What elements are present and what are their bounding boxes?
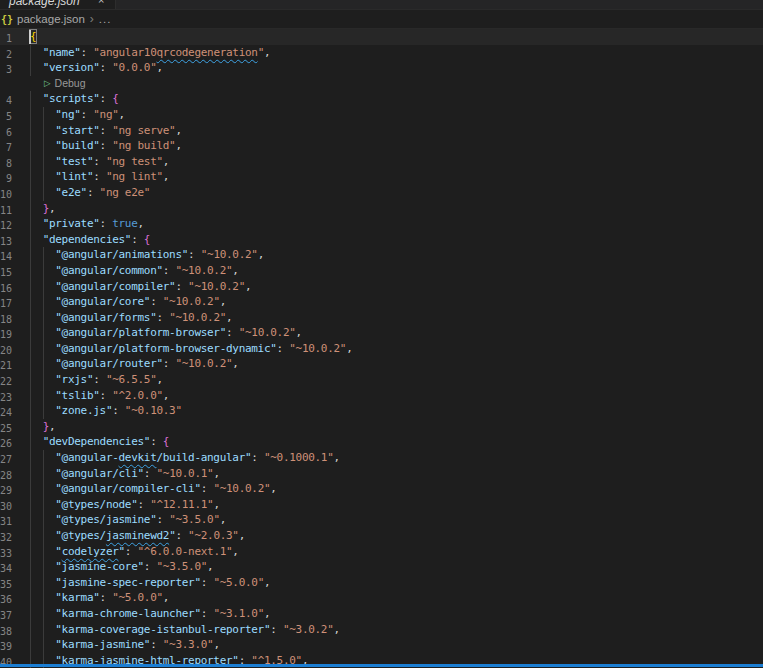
code-content[interactable]: "@angular/forms": "~10.0.2", <box>30 310 763 326</box>
code-line[interactable]: 30 "@types/node": "^12.11.1", <box>0 497 763 513</box>
code-line[interactable]: 5 "ng": "ng", <box>0 107 763 123</box>
code-line[interactable]: 22 "rxjs": "~6.5.5", <box>0 372 763 388</box>
code-content[interactable]: "devDependencies": { <box>30 434 763 450</box>
code-content[interactable]: "name": "angular10qrcodegeneration", <box>30 45 763 61</box>
code-line[interactable]: 33 "codelyzer": "^6.0.0-next.1", <box>0 544 763 560</box>
code-token: : <box>93 155 106 168</box>
code-token: : <box>93 373 106 386</box>
code-line[interactable]: 1{ <box>0 29 763 45</box>
code-content[interactable]: "karma-jasmine": "~3.3.0", <box>30 637 763 653</box>
vscode-window: package.json × {} package.json › ... 1{2… <box>0 0 763 668</box>
tab-package-json[interactable]: package.json × <box>0 0 116 10</box>
code-line[interactable]: 39 "karma-jasmine": "~3.3.0", <box>0 637 763 653</box>
code-content[interactable]: "@types/jasmine": "~3.5.0", <box>30 512 763 528</box>
code-line[interactable]: 18 "@angular/forms": "~10.0.2", <box>0 310 763 326</box>
code-line[interactable]: 11 }, <box>0 201 763 217</box>
code-line[interactable]: 14 "@angular/animations": "~10.0.2", <box>0 247 763 263</box>
code-line[interactable]: 8 "test": "ng test", <box>0 154 763 170</box>
code-content[interactable]: "jasmine-spec-reporter": "~5.0.0", <box>30 575 763 591</box>
codelens-debug-link[interactable]: Debug <box>55 76 86 92</box>
code-content[interactable]: "dependencies": { <box>30 232 763 248</box>
code-content[interactable]: "rxjs": "~6.5.5", <box>30 372 763 388</box>
code-line[interactable]: 19 "@angular/platform-browser": "~10.0.2… <box>0 325 763 341</box>
code-line[interactable]: 2 "name": "angular10qrcodegeneration", <box>0 45 763 61</box>
code-content[interactable]: "@angular/platform-browser": "~10.0.2", <box>30 325 763 341</box>
code-content[interactable]: "@angular-devkit/build-angular": "~0.100… <box>30 450 763 466</box>
code-line[interactable]: 17 "@angular/core": "~10.0.2", <box>0 294 763 310</box>
code-content[interactable]: "tslib": "^2.0.0", <box>30 388 763 404</box>
code-token: : <box>144 467 157 480</box>
editor[interactable]: 1{2 "name": "angular10qrcodegeneration",… <box>0 29 763 668</box>
code-line[interactable]: 29 "@angular/compiler-cli": "~10.0.2", <box>0 481 763 497</box>
code-content[interactable]: }, <box>30 419 763 435</box>
code-content[interactable]: "ng": "ng", <box>30 107 763 123</box>
code-line[interactable]: 26 "devDependencies": { <box>0 434 763 450</box>
code-line[interactable]: 7 "build": "ng build", <box>0 138 763 154</box>
code-line[interactable]: 15 "@angular/common": "~10.0.2", <box>0 263 763 279</box>
code-content[interactable]: "zone.js": "~0.10.3" <box>30 403 763 419</box>
code-content[interactable]: "codelyzer": "^6.0.0-next.1", <box>30 544 763 560</box>
code-content[interactable]: "e2e": "ng e2e" <box>30 185 763 201</box>
code-content[interactable]: "@angular/core": "~10.0.2", <box>30 294 763 310</box>
breadcrumb: {} package.json › ... <box>0 10 763 29</box>
tab-close-icon[interactable]: × <box>98 0 104 6</box>
code-line[interactable]: 3 "version": "0.0.0", <box>0 60 763 76</box>
code-line[interactable]: 12 "private": true, <box>0 216 763 232</box>
code-content[interactable]: "karma-coverage-istanbul-reporter": "~3.… <box>30 622 763 638</box>
gutter: 18 <box>0 310 30 326</box>
breadcrumb-file-name[interactable]: package.json <box>17 13 85 25</box>
code-line[interactable]: 4 "scripts": { <box>0 91 763 107</box>
code-token: "^6.0.0-next.1" <box>138 545 233 558</box>
breadcrumb-symbol-ellipsis[interactable]: ... <box>99 13 112 25</box>
indent-guide <box>30 232 31 248</box>
code-line[interactable]: 23 "tslib": "^2.0.0", <box>0 388 763 404</box>
code-content[interactable]: "@angular/animations": "~10.0.2", <box>30 247 763 263</box>
code-content[interactable]: "@types/jasminewd2": "~2.0.3", <box>30 528 763 544</box>
code-content[interactable]: "jasmine-core": "~3.5.0", <box>30 559 763 575</box>
code-content[interactable]: "@angular/cli": "~10.0.1", <box>30 466 763 482</box>
code-line[interactable]: 36 "karma": "~5.0.0", <box>0 590 763 606</box>
code-content[interactable]: "karma-chrome-launcher": "~3.1.0", <box>30 606 763 622</box>
code-content[interactable]: "lint": "ng lint", <box>30 169 763 185</box>
code-content[interactable]: "@angular/platform-browser-dynamic": "~1… <box>30 341 763 357</box>
code-content[interactable]: { <box>30 29 763 45</box>
code-content[interactable]: "test": "ng test", <box>30 154 763 170</box>
code-content[interactable]: "build": "ng build", <box>30 138 763 154</box>
code-token: qrcodegeneration <box>156 46 257 59</box>
code-content[interactable]: "@angular/compiler-cli": "~10.0.2", <box>30 481 763 497</box>
code-line[interactable]: 34 "jasmine-core": "~3.5.0", <box>0 559 763 575</box>
code-line[interactable]: 25 }, <box>0 419 763 435</box>
code-line[interactable]: 13 "dependencies": { <box>0 232 763 248</box>
code-content[interactable]: "karma": "~5.0.0", <box>30 590 763 606</box>
code-line[interactable]: 10 "e2e": "ng e2e" <box>0 185 763 201</box>
code-line[interactable]: 31 "@types/jasmine": "~3.5.0", <box>0 512 763 528</box>
code-content[interactable]: "@angular/common": "~10.0.2", <box>30 263 763 279</box>
code-line[interactable]: 6 "start": "ng serve", <box>0 123 763 139</box>
code-content[interactable]: "@types/node": "^12.11.1", <box>30 497 763 513</box>
code-line[interactable]: 24 "zone.js": "~0.10.3" <box>0 403 763 419</box>
code-content[interactable]: "private": true, <box>30 216 763 232</box>
code-content[interactable]: "start": "ng serve", <box>30 123 763 139</box>
code-line[interactable]: 20 "@angular/platform-browser-dynamic": … <box>0 341 763 357</box>
code-content[interactable]: "version": "0.0.0", <box>30 60 763 76</box>
code-content[interactable]: }, <box>30 201 763 217</box>
indent-guide <box>30 466 31 482</box>
code-content[interactable]: "@angular/compiler": "~10.0.2", <box>30 279 763 295</box>
code-token: "ng" <box>93 108 118 121</box>
code-token: "@angular/platform-browser" <box>55 326 226 339</box>
code-line[interactable]: 28 "@angular/cli": "~10.0.1", <box>0 466 763 482</box>
code-line[interactable]: 21 "@angular/router": "~10.0.2", <box>0 356 763 372</box>
code-line[interactable]: 38 "karma-coverage-istanbul-reporter": "… <box>0 622 763 638</box>
code-token: , <box>334 623 340 636</box>
code-content[interactable]: "scripts": { <box>30 91 763 107</box>
code-line[interactable]: 27 "@angular-devkit/build-angular": "~0.… <box>0 450 763 466</box>
code-line[interactable]: 16 "@angular/compiler": "~10.0.2", <box>0 279 763 295</box>
line-number[interactable]: 3 <box>0 62 12 78</box>
gutter: 12 <box>0 216 30 232</box>
code-token: , <box>220 513 226 526</box>
code-line[interactable]: 9 "lint": "ng lint", <box>0 169 763 185</box>
code-line[interactable]: 37 "karma-chrome-launcher": "~3.1.0", <box>0 606 763 622</box>
code-content[interactable]: "@angular/router": "~10.0.2", <box>30 356 763 372</box>
code-line[interactable]: 35 "jasmine-spec-reporter": "~5.0.0", <box>0 575 763 591</box>
code-line[interactable]: 32 "@types/jasminewd2": "~2.0.3", <box>0 528 763 544</box>
